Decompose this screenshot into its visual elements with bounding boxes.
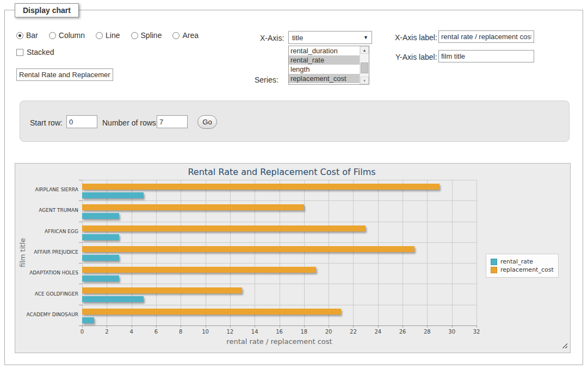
chart-type-spline[interactable]: Spline xyxy=(131,31,162,40)
chart-title: Rental Rate and Replacement Cost of Film… xyxy=(15,167,548,177)
bar-rental_rate-adaptation-holes[interactable] xyxy=(82,275,119,281)
legend-swatch-icon xyxy=(491,267,497,273)
series-option-rental_rate[interactable]: rental_rate xyxy=(289,55,360,65)
chart-type-column[interactable]: Column xyxy=(49,31,85,40)
v-gridline xyxy=(452,180,453,325)
chart-type-group: BarColumnLineSplineArea xyxy=(16,31,209,40)
legend-item-replacement_cost[interactable]: replacement_cost xyxy=(491,266,554,273)
v-gridline xyxy=(132,180,132,325)
v-gridline xyxy=(403,180,403,325)
x-tick-label: 16 xyxy=(269,329,290,335)
v-gridline xyxy=(107,180,107,325)
x-tick-label: 6 xyxy=(145,329,167,335)
radio-icon[interactable] xyxy=(131,32,138,39)
bar-rental_rate-ace-goldfinger[interactable] xyxy=(82,296,144,302)
v-gridline xyxy=(427,180,428,325)
bar-rental_rate-agent-truman[interactable] xyxy=(82,213,119,219)
category-label: ADAPTATION HOLES xyxy=(16,270,78,275)
num-rows-label: Number of rows: xyxy=(102,118,158,127)
x-tick-label: 12 xyxy=(219,329,241,335)
x-axis-label-label: X-Axis label: xyxy=(395,33,437,42)
radio-label: Column xyxy=(59,31,85,40)
chart-title-input[interactable] xyxy=(16,68,113,81)
series-option-length[interactable]: length xyxy=(289,65,360,74)
bar-replacement_cost-african-egg[interactable] xyxy=(82,225,366,231)
scroll-down-icon[interactable]: ▼ xyxy=(360,77,369,84)
radio-icon[interactable] xyxy=(172,32,180,39)
v-gridline xyxy=(156,180,157,325)
y-axis-label-input[interactable] xyxy=(438,50,534,62)
bar-rental_rate-african-egg[interactable] xyxy=(82,234,119,240)
series-list-label: Series: xyxy=(255,76,278,84)
v-gridline xyxy=(353,180,354,325)
v-gridline xyxy=(82,180,83,325)
num-rows-input[interactable] xyxy=(157,115,188,128)
v-gridline xyxy=(378,180,379,325)
bar-rental_rate-affair-prejudice[interactable] xyxy=(82,255,119,261)
bar-replacement_cost-affair-prejudice[interactable] xyxy=(82,246,414,252)
x-tick-label: 30 xyxy=(441,329,463,335)
x-tick-label: 0 xyxy=(71,329,93,335)
x-tick-label: 8 xyxy=(170,329,191,335)
chart-x-axis-title: rental rate / replacement cost xyxy=(82,337,476,346)
bar-rental_rate-academy-dinosaur[interactable] xyxy=(82,317,94,323)
x-tick-label: 26 xyxy=(392,329,413,335)
series-option-rental_duration[interactable]: rental_duration xyxy=(289,46,360,55)
x-tick-label: 4 xyxy=(121,329,143,335)
radio-icon[interactable] xyxy=(96,32,103,39)
scroll-up-icon[interactable]: ▲ xyxy=(360,46,369,54)
legend-swatch-icon xyxy=(491,259,497,265)
v-gridline xyxy=(304,180,305,325)
radio-icon[interactable] xyxy=(16,32,23,39)
x-axis-label-input[interactable] xyxy=(438,30,534,43)
x-axis-select-label: X-Axis: xyxy=(260,34,284,42)
x-tick-label: 28 xyxy=(416,329,438,335)
x-axis-line xyxy=(82,325,476,326)
go-button[interactable]: Go xyxy=(197,115,217,129)
stacked-option[interactable]: Stacked xyxy=(16,48,54,57)
bar-replacement_cost-ace-goldfinger[interactable] xyxy=(82,287,242,293)
legend-item-rental_rate[interactable]: rental_rate xyxy=(491,258,554,265)
stacked-label: Stacked xyxy=(27,48,54,57)
category-label: AFFAIR PREJUDICE xyxy=(16,249,78,255)
x-tick-label: 2 xyxy=(96,329,117,335)
bar-replacement_cost-academy-dinosaur[interactable] xyxy=(82,309,341,315)
chart-type-area[interactable]: Area xyxy=(172,31,199,40)
stacked-checkbox[interactable] xyxy=(16,49,23,56)
radio-label: Bar xyxy=(26,31,38,40)
bar-replacement_cost-adaptation-holes[interactable] xyxy=(82,267,316,273)
series-scrollbar[interactable]: ▲ ▼ xyxy=(360,46,369,84)
v-gridline xyxy=(255,180,255,325)
v-gridline xyxy=(280,180,280,325)
category-label: AGENT TRUMAN xyxy=(16,208,78,213)
x-axis-selected-value: title xyxy=(292,34,303,42)
category-label: ACE GOLDFINGER xyxy=(16,291,78,297)
scrollbar-thumb[interactable] xyxy=(361,62,368,73)
start-row-input[interactable] xyxy=(66,115,97,128)
v-gridline xyxy=(476,180,477,325)
resize-grip-icon[interactable] xyxy=(561,342,567,348)
bar-replacement_cost-airplane-sierra[interactable] xyxy=(82,184,440,190)
chart-panel: Rental Rate and Replacement Cost of Film… xyxy=(15,163,571,353)
x-tick-label: 14 xyxy=(244,329,265,335)
radio-label: Line xyxy=(106,31,120,40)
chart-type-line[interactable]: Line xyxy=(96,31,120,40)
v-gridline xyxy=(230,180,231,325)
x-tick-label: 24 xyxy=(367,329,389,335)
select-arrow-icon: ▼ xyxy=(363,35,368,40)
series-listbox[interactable]: rental_durationrental_ratelengthreplacem… xyxy=(288,46,369,85)
legend-label: rental_rate xyxy=(500,258,533,265)
bar-replacement_cost-agent-truman[interactable] xyxy=(82,204,304,210)
radio-label: Spline xyxy=(141,31,162,40)
v-gridline xyxy=(329,180,329,325)
chart-type-bar[interactable]: Bar xyxy=(16,31,38,40)
start-row-label: Start row: xyxy=(30,118,63,127)
x-axis-select[interactable]: title ▼ xyxy=(288,31,372,44)
x-tick-label: 22 xyxy=(342,329,364,335)
y-axis-label-label: Y-Axis label: xyxy=(395,53,437,61)
radio-icon[interactable] xyxy=(49,32,56,39)
bar-rental_rate-airplane-sierra[interactable] xyxy=(82,192,144,198)
v-gridline xyxy=(181,180,181,325)
category-label: AFRICAN EGG xyxy=(16,229,78,234)
series-option-replacement_cost[interactable]: replacement_cost xyxy=(289,74,360,83)
